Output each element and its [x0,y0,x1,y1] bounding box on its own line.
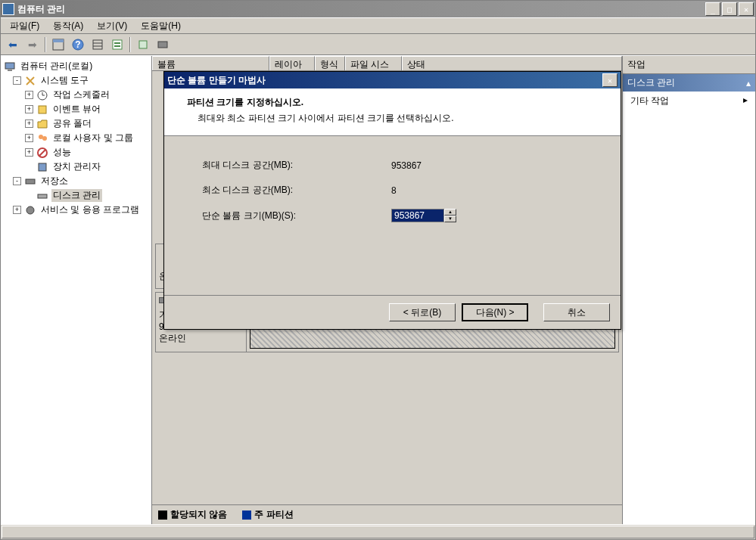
performance-icon [36,147,48,159]
folder-share-icon [36,118,48,130]
back-button[interactable]: ⬅ [4,36,22,53]
wizard-titlebar[interactable]: 단순 볼륨 만들기 마법사 ✕ [164,72,621,88]
titlebar: 컴퓨터 관리 _ □ ✕ [1,1,755,17]
main-content: 컴퓨터 관리(로컬) - 시스템 도구 + 작업 스케줄러 + 이벤트 뷰어 +… [1,55,755,524]
tree-event-viewer[interactable]: + 이벤트 뷰어 [4,102,148,116]
toolbar-separator [45,37,46,52]
chevron-up-icon: ▴ [746,78,751,88]
col-type[interactable]: 형식 [315,56,345,70]
svg-rect-11 [158,42,167,48]
legend-unallocated: 할당되지 않음 [170,509,227,520]
menu-view[interactable]: 보기(V) [91,18,133,34]
wizard-body: 최대 디스크 공간(MB): 953867 최소 디스크 공간(MB): 8 단… [164,136,621,295]
tree-label: 공유 폴더 [51,117,93,130]
max-space-value: 953867 [391,160,583,171]
tree-task-scheduler[interactable]: + 작업 스케줄러 [4,88,148,102]
tree-device-manager[interactable]: 장치 관리자 [4,160,148,174]
refresh-icon [137,39,149,51]
device-icon [36,161,48,173]
chevron-right-icon: ▸ [743,95,748,107]
col-filesystem[interactable]: 파일 시스템 [345,56,402,70]
toolbar-btn-4[interactable] [108,36,126,53]
wizard-cancel-button[interactable]: 취소 [543,303,610,321]
svg-rect-10 [139,41,147,48]
tree-root[interactable]: 컴퓨터 관리(로컬) [4,59,148,73]
expand-icon[interactable]: + [25,119,33,128]
users-icon [36,132,48,144]
wizard-dialog: 단순 볼륨 만들기 마법사 ✕ 파티션 크기를 지정하십시오. 최대와 최소 파… [163,71,621,330]
svg-text:?: ? [75,39,80,50]
toolbar: ⬅ ➡ ? [1,34,755,55]
tree-local-users[interactable]: + 로컬 사용자 및 그룹 [4,131,148,145]
min-space-value: 8 [391,185,583,196]
svg-rect-13 [8,70,12,71]
statusbar-cell [2,526,754,538]
volume-size-input[interactable] [391,209,444,222]
tree-label: 컴퓨터 관리(로컬) [19,60,94,73]
collapse-icon[interactable]: - [13,177,21,185]
svg-rect-23 [26,179,35,184]
wizard-footer: < 뒤로(B) 다음(N) > 취소 [164,295,621,329]
collapse-icon[interactable]: - [13,76,21,85]
svg-point-19 [42,136,47,141]
svg-rect-17 [39,106,46,113]
svg-rect-24 [38,194,47,198]
arrow-left-icon: ⬅ [8,39,17,51]
toolbar-btn-6[interactable] [154,36,172,53]
legend-primary: 주 파티션 [254,509,293,520]
forward-button[interactable]: ➡ [23,36,42,53]
menu-action[interactable]: 동작(A) [47,18,89,34]
tree-system-tools[interactable]: - 시스템 도구 [4,73,148,88]
tree-label: 디스크 관리 [51,189,102,202]
panel-icon [52,39,64,51]
actions-more[interactable]: 기타 작업 ▸ [623,92,755,110]
col-volume[interactable]: 볼륨 [152,56,269,70]
menu-file[interactable]: 파일(F) [4,18,45,34]
toolbar-btn-2[interactable]: ? [69,36,87,53]
tree-label: 시스템 도구 [39,74,90,87]
svg-line-21 [39,150,45,156]
tree-disk-management[interactable]: 디스크 관리 [4,188,148,203]
event-icon [36,104,48,116]
close-button[interactable]: ✕ [739,2,754,16]
actions-panel: 작업 디스크 관리 ▴ 기타 작업 ▸ [623,56,755,524]
col-status[interactable]: 상태 [402,56,622,70]
tree-label: 서비스 및 응용 프로그램 [39,203,141,216]
tree-shared-folders[interactable]: + 공유 폴더 [4,116,148,131]
app-icon [2,3,14,15]
maximize-button[interactable]: □ [722,2,737,16]
col-layout[interactable]: 레이아웃 [269,56,315,70]
expand-icon[interactable]: + [25,134,33,142]
wizard-next-button[interactable]: 다음(N) > [462,303,528,321]
toolbar-btn-1[interactable] [49,36,67,53]
tree-storage[interactable]: - 저장소 [4,174,148,188]
expand-icon[interactable]: + [25,91,33,99]
expand-icon[interactable]: + [25,148,33,157]
tree-services[interactable]: + 서비스 및 응용 프로그램 [4,203,148,217]
tree-label: 이벤트 뷰어 [51,103,102,116]
min-space-label: 최소 디스크 공간(MB): [202,184,391,197]
spin-up-button[interactable]: ▲ [444,209,456,216]
volume-list-header: 볼륨 레이아웃 형식 파일 시스템 상태 [152,56,622,71]
wizard-close-button[interactable]: ✕ [602,73,618,87]
spin-down-button[interactable]: ▼ [444,216,456,222]
menubar: 파일(F) 동작(A) 보기(V) 도움말(H) [1,17,755,34]
disk-icon [36,190,48,202]
wizard-title-text: 단순 볼륨 만들기 마법사 [167,74,602,87]
minimize-button[interactable]: _ [705,2,720,16]
toolbar-btn-5[interactable] [134,36,152,53]
wizard-header-title: 파티션 크기를 지정하십시오. [187,96,605,109]
svg-rect-12 [5,63,14,69]
main-window: 컴퓨터 관리 _ □ ✕ 파일(F) 동작(A) 보기(V) 도움말(H) ⬅ … [0,0,756,540]
toolbar-btn-3[interactable] [89,36,107,53]
window-title: 컴퓨터 관리 [17,3,705,16]
expand-icon[interactable]: + [25,105,33,113]
menu-help[interactable]: 도움말(H) [135,18,187,34]
svg-rect-9 [114,45,120,47]
tree-panel: 컴퓨터 관리(로컬) - 시스템 도구 + 작업 스케줄러 + 이벤트 뷰어 +… [1,56,152,524]
legend-swatch-unallocated [158,511,167,520]
expand-icon[interactable]: + [13,206,21,214]
tree-performance[interactable]: + 성능 [4,145,148,160]
wizard-back-button[interactable]: < 뒤로(B) [389,303,456,321]
actions-title[interactable]: 디스크 관리 ▴ [623,74,755,92]
